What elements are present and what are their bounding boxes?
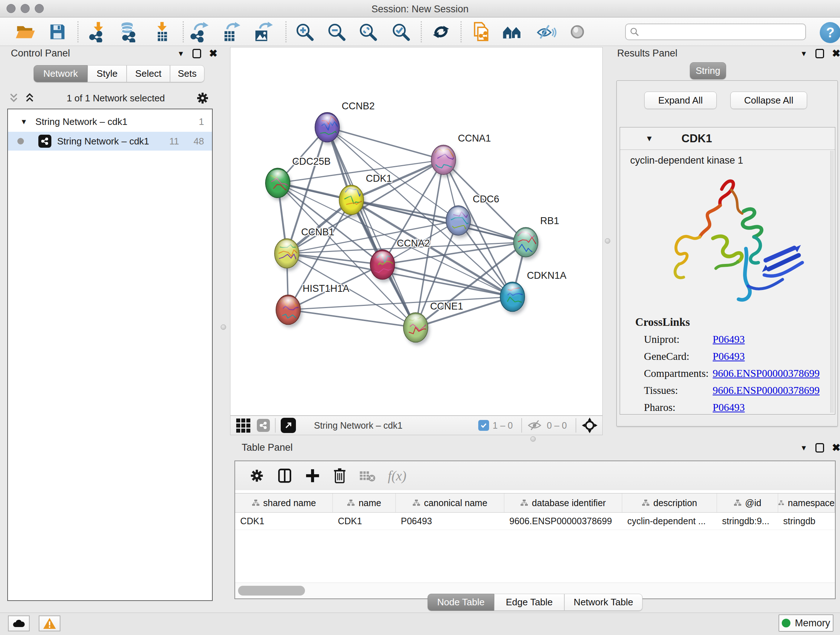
gear-icon[interactable]: [195, 91, 210, 105]
network-edge[interactable]: [288, 310, 416, 328]
export-network-button[interactable]: [188, 20, 211, 43]
select-columns-icon[interactable]: [276, 467, 293, 484]
memory-button[interactable]: Memory: [778, 614, 834, 632]
network-node-CDKN1A[interactable]: [500, 282, 529, 315]
crosslink-link[interactable]: P06493: [713, 350, 745, 363]
collapse-all-button[interactable]: Collapse All: [730, 92, 807, 109]
network-collection-row[interactable]: ▼ String Network – cdk1 1: [8, 112, 212, 131]
network-row[interactable]: String Network – cdk1 11 48: [8, 132, 212, 150]
selected-checkbox-icon[interactable]: [478, 420, 489, 431]
protein-card-header[interactable]: ▼ CDK1: [620, 127, 835, 150]
node-label-CDKN1A: CDKN1A: [527, 270, 566, 281]
table-cell[interactable]: CDK1: [235, 513, 333, 530]
table-cell[interactable]: P06493: [396, 513, 504, 530]
panel-float-icon[interactable]: [193, 49, 201, 58]
crosslink-link[interactable]: 9606.ENSP00000378699: [713, 385, 820, 396]
expand-all-icon[interactable]: [23, 92, 36, 104]
help-button[interactable]: ?: [820, 22, 840, 43]
panel-close-icon[interactable]: ✖: [832, 443, 840, 453]
show-grid-icon[interactable]: [236, 418, 250, 432]
zoom-out-button[interactable]: [325, 20, 348, 43]
table-cell[interactable]: stringdb:9...: [717, 513, 778, 530]
delete-column-icon[interactable]: [332, 467, 347, 484]
save-floppy-icon: [47, 22, 67, 42]
panel-menu-icon[interactable]: ▼: [177, 50, 185, 58]
column-header-namespace[interactable]: namespace: [778, 494, 835, 512]
splitter-handle[interactable]: [605, 238, 610, 244]
splitter-handle[interactable]: [221, 325, 226, 330]
save-session-button[interactable]: [46, 20, 69, 43]
table-cell[interactable]: cyclin-dependent ...: [622, 513, 717, 530]
export-table-button[interactable]: [219, 20, 242, 43]
open-session-button[interactable]: [14, 20, 37, 43]
network-edge[interactable]: [327, 127, 416, 328]
import-network-from-database-button[interactable]: [117, 20, 140, 43]
network-node-RB1[interactable]: [513, 227, 540, 260]
tab-network[interactable]: Network: [34, 65, 88, 82]
collapse-all-icon[interactable]: [7, 92, 20, 104]
results-panel-title: Results Panel: [617, 48, 677, 59]
copy-network-button[interactable]: [470, 20, 493, 43]
column-header-name[interactable]: name: [333, 494, 396, 512]
table-cell[interactable]: CDK1: [333, 513, 396, 530]
fit-content-button[interactable]: [356, 20, 379, 43]
table-cell[interactable]: 9606.ENSP00000378699: [504, 513, 622, 530]
panel-menu-icon[interactable]: ▼: [800, 444, 807, 452]
disclosure-triangle-icon[interactable]: ▼: [20, 118, 27, 126]
gear-icon[interactable]: [249, 468, 265, 484]
crosslink-link[interactable]: P06493: [713, 402, 745, 413]
column-header-@id[interactable]: @id: [717, 494, 778, 512]
column-header-database-identifier[interactable]: database identifier: [504, 494, 622, 512]
import-network-from-file-button[interactable]: [87, 20, 110, 43]
column-header-shared-name[interactable]: shared name: [235, 494, 333, 512]
network-node-CDC25B[interactable]: [265, 168, 295, 201]
panel-menu-icon[interactable]: ▼: [800, 50, 807, 58]
crosslink-link[interactable]: 9606.ENSP00000378699: [713, 367, 820, 379]
panel-close-icon[interactable]: ✖: [832, 49, 840, 59]
add-column-icon[interactable]: [305, 468, 321, 484]
zoom-selected-button[interactable]: [389, 20, 412, 43]
tab-node-table[interactable]: Node Table: [428, 594, 494, 611]
panel-close-icon[interactable]: ✖: [209, 49, 218, 59]
search-input[interactable]: [639, 27, 805, 37]
network-overview-icon[interactable]: [257, 419, 270, 432]
results-scrollbar[interactable]: [830, 150, 834, 413]
scrollbar-thumb[interactable]: [238, 586, 305, 595]
tab-sets[interactable]: Sets: [170, 65, 204, 82]
table-cell[interactable]: stringdb: [778, 513, 835, 530]
glass-ball-effect-button[interactable]: [535, 20, 558, 43]
column-header-description[interactable]: description: [622, 494, 717, 512]
export-image-button[interactable]: [251, 20, 274, 43]
string-home-button[interactable]: [501, 20, 524, 43]
tab-select[interactable]: Select: [126, 65, 170, 82]
import-table-from-file-button[interactable]: [150, 20, 173, 43]
network-node-CCNE1[interactable]: [403, 313, 430, 345]
crosslink-link[interactable]: P06493: [713, 333, 745, 345]
table-row[interactable]: CDK1CDK1P064939606.ENSP00000378699cyclin…: [235, 513, 835, 530]
network-node-HIST1H1A[interactable]: [276, 295, 305, 328]
zoom-in-button[interactable]: [293, 20, 316, 43]
node-label-CCNA1: CCNA1: [458, 133, 491, 144]
camera-disabled-button[interactable]: [566, 20, 589, 43]
disclosure-triangle-icon[interactable]: ▼: [645, 134, 653, 143]
tab-edge-table[interactable]: Edge Table: [494, 594, 564, 611]
panel-float-icon[interactable]: [815, 443, 824, 453]
panel-float-icon[interactable]: [815, 49, 824, 58]
pan-crosshair-icon[interactable]: [581, 417, 598, 434]
control-panel: Control Panel ▼ ✖ NetworkStyleSelectSets…: [3, 47, 214, 613]
network-node-CCNB2[interactable]: [315, 112, 343, 145]
expand-all-button[interactable]: Expand All: [644, 92, 717, 109]
tab-string[interactable]: String: [690, 62, 726, 79]
refresh-view-button[interactable]: [429, 20, 453, 43]
tab-network-table[interactable]: Network Table: [564, 594, 643, 611]
node-label-HIST1H1A: HIST1H1A: [303, 283, 349, 294]
cloud-button[interactable]: [8, 616, 30, 631]
tab-style[interactable]: Style: [88, 65, 126, 82]
node-label-RB1: RB1: [540, 215, 559, 226]
column-header-canonical-name[interactable]: canonical name: [396, 494, 504, 512]
warnings-button[interactable]: [39, 616, 60, 631]
network-view[interactable]: CCNB2CCNA1CDC25BCDK1CDC6RB1CCNB1CCNA2CDK…: [230, 47, 603, 416]
zoom-selected-icon: [391, 22, 411, 42]
birds-eye-view-icon[interactable]: [281, 418, 296, 433]
network-canvas[interactable]: CCNB2CCNA1CDC25BCDK1CDC6RB1CCNB1CCNA2CDK…: [231, 48, 602, 415]
